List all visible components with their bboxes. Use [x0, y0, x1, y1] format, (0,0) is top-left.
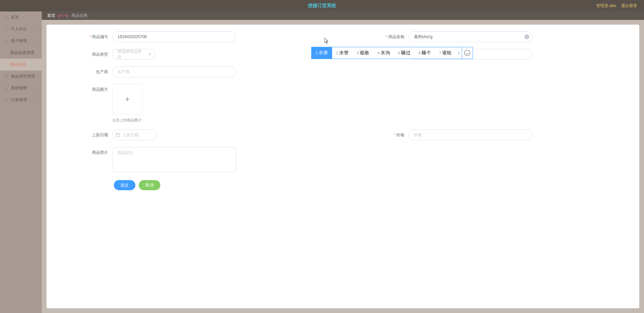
sidebar-sub-product-info[interactable]: 商品信息 — [0, 59, 42, 70]
ime-candidate-1[interactable]: 1水果 — [312, 47, 332, 59]
clear-icon[interactable] — [524, 34, 529, 39]
ime-candidate-6[interactable]: 6睡个 — [415, 47, 435, 59]
sidebar-item-order[interactable]: 订单管理 — [0, 94, 42, 106]
svg-rect-4 — [5, 77, 6, 78]
breadcrumb: 首页 (o'▽'o) 商品信息 — [42, 11, 644, 20]
sidebar-item-home[interactable]: 首页 — [0, 11, 42, 23]
header-right: 管理员 abo 退出登录 — [596, 3, 637, 9]
upload-hint: 点击上传商品图片 — [112, 118, 142, 123]
sidebar-item-user-mgmt[interactable]: 用户管理 — [0, 35, 42, 47]
label-intro: 商品简介 — [46, 147, 112, 155]
input-product-code[interactable] — [112, 31, 236, 42]
sidebar-item-profile[interactable]: 个人中心 — [0, 23, 42, 35]
sidebar-sub-product-info-mgmt[interactable]: 商品信息管理 — [0, 47, 42, 59]
breadcrumb-current: 商品信息 — [71, 13, 88, 19]
label-product-code: *商品编号 — [46, 31, 112, 40]
app-header: 便捷订货系统 管理员 abo 退出登录 — [0, 0, 644, 11]
ime-candidate-3[interactable]: 3谁敢 — [353, 47, 373, 59]
label-image: 商品图片 — [46, 84, 112, 92]
grid-icon — [4, 74, 9, 79]
submit-button[interactable]: 提交 — [114, 180, 135, 190]
ime-candidate-4[interactable]: 4水沟 — [373, 47, 394, 59]
ime-popup: 1水果 2水管 3谁敢 4水沟 5睡过 6睡个 7谁给 › — [311, 47, 473, 59]
svg-rect-3 — [7, 75, 8, 76]
input-product-name[interactable] — [409, 31, 533, 42]
home-icon — [4, 15, 9, 20]
ime-next-icon[interactable]: › — [456, 50, 462, 56]
breadcrumb-face: (o'▽'o) — [58, 13, 69, 18]
form-content: *商品编号 *商品名称 — [46, 25, 639, 308]
calendar-icon — [116, 133, 120, 137]
user-icon — [4, 27, 9, 32]
textarea-intro[interactable] — [112, 147, 236, 172]
svg-point-0 — [6, 28, 7, 29]
label-product-name: *商品名称 — [343, 31, 409, 40]
plus-icon: + — [125, 94, 130, 104]
sidebar-item-system[interactable]: 系统管理 — [0, 82, 42, 94]
cancel-button[interactable]: 取消 — [139, 180, 160, 190]
logout-link[interactable]: 退出登录 — [621, 3, 637, 9]
input-price[interactable] — [409, 130, 533, 140]
admin-label[interactable]: 管理员 abo — [596, 3, 616, 9]
select-product-type[interactable]: 请选择商品类型 — [112, 49, 155, 60]
breadcrumb-home[interactable]: 首页 — [47, 13, 55, 19]
app-title: 便捷订货系统 — [308, 3, 336, 9]
upload-image[interactable]: + — [112, 84, 142, 114]
gear-icon — [4, 86, 9, 91]
svg-rect-7 — [116, 133, 120, 137]
sidebar: 首页 个人中心 用户管理 商品信息管理 商品信息 商品类型管理 — [0, 11, 42, 313]
label-list-date: 上架日期 — [46, 130, 112, 138]
label-price: *价格 — [343, 130, 409, 138]
label-producer: 生产商 — [46, 66, 112, 75]
ime-candidate-5[interactable]: 5睡过 — [394, 47, 415, 59]
sidebar-item-product-type[interactable]: 商品类型管理 — [0, 70, 42, 82]
svg-point-6 — [6, 88, 7, 89]
input-producer[interactable] — [112, 66, 236, 77]
ime-emoji-icon[interactable] — [462, 47, 473, 59]
svg-point-1 — [6, 40, 7, 41]
svg-rect-2 — [5, 75, 6, 76]
ime-candidate-7[interactable]: 7谁给 — [435, 47, 456, 59]
label-product-type: 商品类型 — [46, 49, 112, 57]
user-icon — [4, 39, 9, 44]
ime-candidate-2[interactable]: 2水管 — [332, 47, 353, 59]
svg-point-8 — [464, 50, 470, 56]
svg-rect-5 — [7, 77, 8, 78]
doc-icon — [4, 98, 9, 103]
